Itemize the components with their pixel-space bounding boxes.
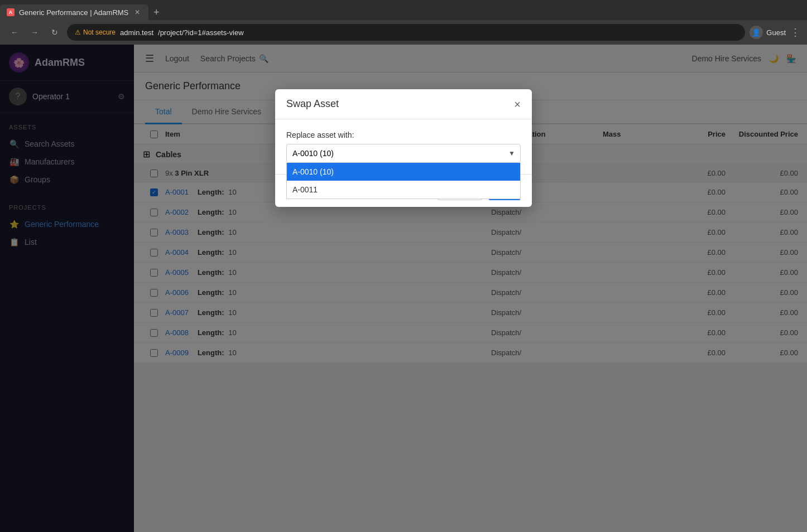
dropdown-item-a0011[interactable]: A-0011: [287, 181, 520, 199]
dropdown-item-a0010[interactable]: A-0010 (10): [287, 163, 520, 181]
user-label: Guest: [766, 28, 786, 37]
url-domain: admin.test: [120, 28, 153, 37]
modal-title: Swap Asset: [286, 98, 339, 110]
modal-body: Replace asset with: A-0010 (10) A-0011 ▼…: [275, 119, 532, 174]
security-warning-icon: ⚠ Not secure: [75, 28, 116, 36]
tab-favicon: A: [7, 8, 15, 16]
reload-button[interactable]: ↻: [47, 25, 63, 40]
modal-overlay[interactable]: Swap Asset × Replace asset with: A-0010 …: [0, 45, 807, 532]
browser-toolbar: ← → ↻ ⚠ Not secure admin.test /project/?…: [0, 20, 807, 45]
swap-asset-modal: Swap Asset × Replace asset with: A-0010 …: [275, 89, 532, 207]
modal-close-button[interactable]: ×: [514, 99, 521, 110]
browser-menu-button[interactable]: ⋮: [790, 26, 800, 38]
modal-field-label: Replace asset with:: [286, 130, 521, 139]
user-menu[interactable]: 👤 Guest: [750, 26, 786, 39]
address-bar[interactable]: ⚠ Not secure admin.test /project/?id=1#a…: [67, 24, 745, 41]
modal-header: Swap Asset ×: [275, 89, 532, 119]
url-path: /project/?id=1#assets-view: [158, 28, 244, 37]
replace-asset-select[interactable]: A-0010 (10) A-0011: [286, 144, 521, 163]
forward-button[interactable]: →: [27, 25, 42, 40]
security-label: Not secure: [83, 28, 116, 36]
dropdown-list: A-0010 (10) A-0011: [286, 163, 521, 199]
tab-title: Generic Performance | AdamRMS: [19, 8, 128, 17]
browser-tab[interactable]: A Generic Performance | AdamRMS ✕: [0, 4, 148, 20]
close-tab-button[interactable]: ✕: [133, 8, 142, 17]
back-button[interactable]: ←: [7, 25, 22, 40]
modal-select-wrapper: A-0010 (10) A-0011 ▼ A-0010 (10) A-0011: [286, 144, 521, 163]
browser-tab-bar: A Generic Performance | AdamRMS ✕ +: [0, 0, 807, 20]
browser-chrome: A Generic Performance | AdamRMS ✕ + ← → …: [0, 0, 807, 45]
new-tab-button[interactable]: +: [148, 4, 164, 20]
user-avatar-icon: 👤: [750, 26, 763, 39]
